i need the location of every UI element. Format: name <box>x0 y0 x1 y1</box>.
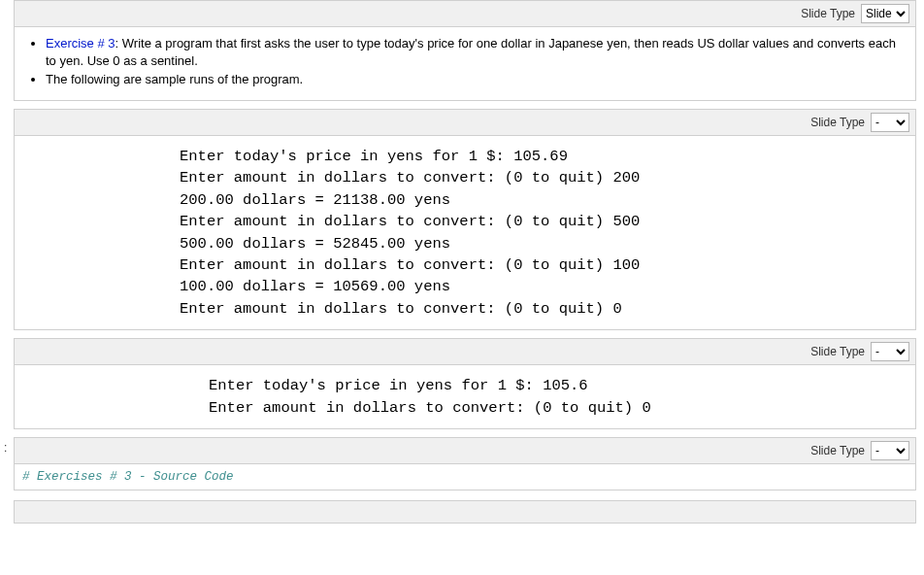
cell-toolbar-partial <box>14 500 916 524</box>
cell-toolbar: Slide Type Slide <box>15 1 915 27</box>
exercise-label: Exercise # 3 <box>46 36 116 51</box>
prompt-colon: : <box>4 441 7 455</box>
cell-toolbar: Slide Type - <box>15 110 915 136</box>
slide-type-select[interactable]: - <box>871 441 909 460</box>
exercise-list: Exercise # 3: Write a program that first… <box>24 35 906 88</box>
slide-type-select[interactable]: - <box>871 342 909 361</box>
cell-toolbar: Slide Type - <box>15 438 915 464</box>
slide-type-select[interactable]: Slide <box>861 4 909 23</box>
slide-type-label: Slide Type <box>801 7 855 20</box>
slide-type-select[interactable]: - <box>871 113 909 132</box>
cell-sample-run-2: Slide Type - Enter today's price in yens… <box>14 338 916 429</box>
cell-body: Exercise # 3: Write a program that first… <box>15 27 915 100</box>
cell-sample-run-1: Slide Type - Enter today's price in yens… <box>14 109 916 331</box>
cell-exercise-description: Slide Type Slide Exercise # 3: Write a p… <box>14 0 916 101</box>
cell-toolbar: Slide Type - <box>15 339 915 365</box>
slide-type-label: Slide Type <box>810 116 865 129</box>
exercise-bullet-1: Exercise # 3: Write a program that first… <box>46 35 906 69</box>
slide-type-label: Slide Type <box>810 345 865 358</box>
exercise-text: : Write a program that first asks the us… <box>46 36 896 68</box>
cell-source-code: Slide Type - # Exercises # 3 - Source Co… <box>14 437 916 490</box>
exercise-bullet-2: The following are sample runs of the pro… <box>46 71 906 88</box>
program-output: Enter today's price in yens for 1 $: 105… <box>15 136 915 330</box>
program-output: Enter today's price in yens for 1 $: 105… <box>15 365 915 428</box>
code-comment[interactable]: # Exercises # 3 - Source Code <box>15 464 915 490</box>
slide-type-label: Slide Type <box>810 444 865 457</box>
